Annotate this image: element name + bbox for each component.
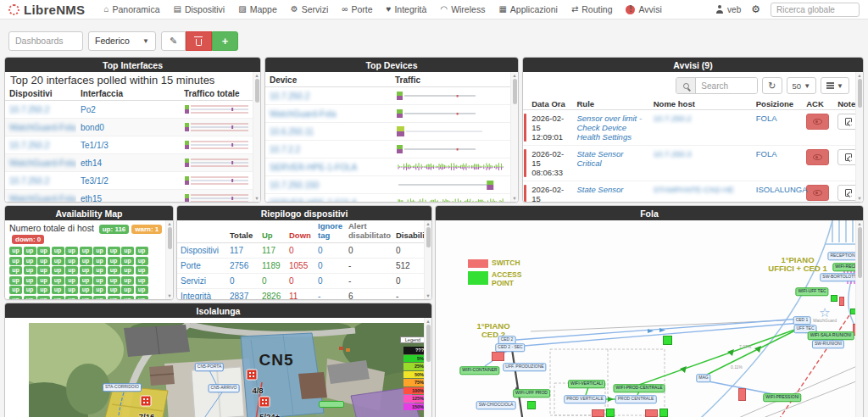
dashboard-select[interactable]: Federico ▼ <box>88 31 156 51</box>
host-up-cell[interactable]: up <box>65 257 78 265</box>
isolalunga-node-label[interactable]: STA-CORRIDOIO <box>103 383 142 392</box>
fola-weathermap[interactable]: SWITCH ACCESS POINT 1°PIANOUFFICI + CED … <box>436 220 863 417</box>
summary-category-link[interactable]: Porte <box>181 261 201 270</box>
scrollbar[interactable]: ▲▼ <box>253 72 260 202</box>
host-up-cell[interactable]: up <box>93 266 106 275</box>
host-up-cell[interactable]: up <box>52 266 64 275</box>
interface-link[interactable]: Po2 <box>81 105 96 114</box>
switch-marker[interactable] <box>738 388 746 401</box>
host-up-cell[interactable]: up <box>80 286 92 294</box>
fola-node-label[interactable]: CED 1 <box>793 316 811 325</box>
host-up-cell[interactable]: up <box>65 286 78 294</box>
host-up-cell[interactable]: up <box>37 296 50 299</box>
access-point-marker[interactable] <box>527 401 536 409</box>
host-up-cell[interactable]: up <box>93 247 106 255</box>
host-up-cell[interactable]: up <box>93 296 106 299</box>
scrollbar[interactable]: ▲▼ <box>855 220 863 417</box>
host-up-cell[interactable]: up <box>121 286 134 294</box>
host-up-cell[interactable]: up <box>93 257 106 265</box>
nav-item[interactable]: ⇄ Routing <box>565 4 620 14</box>
edit-dashboard-button[interactable]: ✎ <box>161 31 186 51</box>
refresh-button[interactable]: ↻ <box>762 77 782 94</box>
host-up-cell[interactable]: up <box>136 247 148 255</box>
librenms-logo[interactable]: LibreNMS <box>8 3 85 17</box>
switch-icon[interactable] <box>259 397 270 408</box>
nav-item[interactable]: ∞ Porte <box>335 4 379 14</box>
fola-node-label[interactable]: SW-CHIOCCIOLA <box>476 401 516 409</box>
host-up-cell[interactable]: up <box>80 266 92 275</box>
host-up-cell[interactable]: up <box>93 276 106 285</box>
device-link[interactable]: WatchGuard-Fola <box>9 194 76 203</box>
host-up-cell[interactable]: up <box>9 276 22 285</box>
host-up-cell[interactable]: up <box>80 296 92 299</box>
fola-node-label[interactable]: SW-RIUNIONI <box>812 340 844 348</box>
alert-rule-link[interactable]: State Sensor Critical <box>577 149 624 168</box>
device-link[interactable]: WatchGuard-Fola <box>270 109 337 119</box>
fola-node-label[interactable]: PROD VERTICALE <box>564 395 606 403</box>
host-up-cell[interactable]: up <box>108 266 120 275</box>
host-up-cell[interactable]: up <box>37 286 50 294</box>
host-up-cell[interactable]: up <box>136 296 148 299</box>
scrollbar[interactable]: ▲▼ <box>424 220 431 299</box>
alert-location-link[interactable]: FOLA <box>756 114 777 123</box>
host-up-cell[interactable]: up <box>136 266 148 275</box>
switch-icon[interactable] <box>247 370 258 381</box>
fola-node-label[interactable]: UFF. PRODUZIONE <box>503 363 546 371</box>
global-search-input[interactable] <box>771 3 860 17</box>
alert-location-link[interactable]: ISOLALUNGA <box>756 185 808 194</box>
user-menu[interactable]: veb <box>715 5 741 14</box>
alert-host-link[interactable]: STAMPANTE-CN2-HE <box>654 185 734 194</box>
device-link[interactable]: 10.7.250.2 <box>9 105 49 114</box>
nav-item[interactable]: ◠ Wireless <box>433 4 492 14</box>
fola-node-label[interactable]: MAG <box>696 374 710 382</box>
alert-host-link[interactable]: 10.7.250.3 <box>654 149 692 158</box>
isolalunga-node-label[interactable]: CN5-ARRIVO <box>209 384 240 392</box>
alert-host-link[interactable]: 10.7.250.2 <box>654 114 692 123</box>
access-point-marker[interactable] <box>606 409 615 417</box>
scrollbar[interactable]: ▲▼ <box>510 72 518 202</box>
host-up-cell[interactable]: up <box>9 257 22 265</box>
host-up-cell[interactable]: up <box>108 257 120 265</box>
summary-category-link[interactable]: Integrità <box>181 292 211 299</box>
nav-item[interactable]: ▦ Applicazioni <box>492 4 565 14</box>
fola-node-label[interactable]: SW-BORTOLOTTI <box>820 273 860 281</box>
host-up-cell[interactable]: up <box>108 247 120 255</box>
switch-icon[interactable] <box>141 396 152 407</box>
isolalunga-node-label[interactable]: CN5-PORTA <box>195 363 224 371</box>
host-up-cell[interactable]: up <box>24 247 36 255</box>
host-up-cell[interactable]: up <box>52 286 64 294</box>
view-mode-button[interactable]: ▼ <box>821 77 849 94</box>
access-point-marker[interactable] <box>659 409 668 417</box>
host-up-cell[interactable]: up <box>65 296 78 299</box>
host-up-cell[interactable]: up <box>80 257 92 265</box>
device-link[interactable]: WatchGuard-Fola <box>9 123 76 132</box>
host-up-cell[interactable]: up <box>9 247 22 255</box>
scrollbar[interactable]: ▲▼ <box>424 318 431 417</box>
scrollbar[interactable]: ▲▼ <box>165 220 173 299</box>
nav-item[interactable]: ⚙ Servizi <box>284 4 335 14</box>
delete-dashboard-button[interactable] <box>186 31 212 51</box>
host-up-cell[interactable]: up <box>65 266 78 275</box>
dashboards-input[interactable] <box>8 31 83 51</box>
host-up-cell[interactable]: up <box>80 276 92 285</box>
device-link[interactable]: WatchGuard-Fola <box>9 158 76 168</box>
host-up-cell[interactable]: up <box>136 286 148 294</box>
summary-category-link[interactable]: Servizi <box>181 276 206 286</box>
nav-item[interactable]: ♥ Integrità <box>380 4 434 14</box>
wifi-node-label[interactable] <box>319 401 344 408</box>
host-up-cell[interactable]: up <box>52 247 64 255</box>
device-link[interactable]: 10.6.250.11 <box>270 127 314 136</box>
host-up-cell[interactable]: up <box>136 276 148 285</box>
isolalunga-weathermap[interactable]: CN54/85/24+7/16STA-CORRIDOIOCN5-PORTACN5… <box>29 323 427 417</box>
scrollbar[interactable]: ▲▼ <box>855 72 863 202</box>
host-up-cell[interactable]: up <box>136 257 148 265</box>
alert-rule-link[interactable]: Sensor over limit - Check Device Health … <box>577 114 643 142</box>
switch-marker[interactable] <box>492 352 504 361</box>
host-up-cell[interactable]: up <box>52 296 64 299</box>
interface-link[interactable]: Te1/1/3 <box>81 141 108 150</box>
page-size-select[interactable]: 50▼ <box>787 77 817 94</box>
settings-gear-icon[interactable]: ⚙ <box>751 3 760 15</box>
fola-node-label[interactable]: PROD CENTRALE <box>615 395 657 403</box>
nav-item[interactable]: ⌂ Panoramica <box>97 4 166 14</box>
access-point-marker[interactable] <box>831 295 837 302</box>
